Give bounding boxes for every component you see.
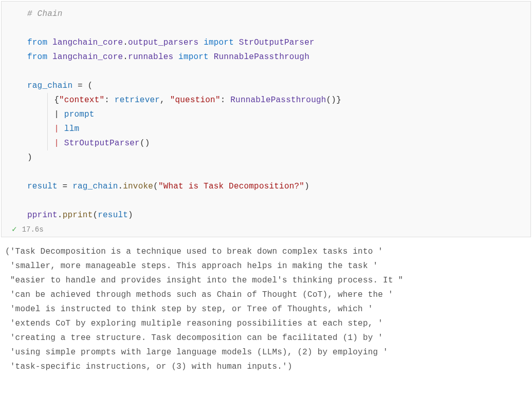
dot: . (123, 38, 128, 47)
pipe-op: | (54, 124, 59, 134)
variable: result (27, 182, 58, 191)
module: runnables (128, 52, 173, 62)
output-line: ('Task Decomposition is a technique used… (5, 247, 383, 256)
paren-close: ) (27, 153, 32, 162)
callable: StrOutputParser (64, 139, 140, 148)
call-parens: () (140, 139, 150, 148)
pipe-op: | (54, 110, 59, 119)
execution-time: 17.6s (22, 225, 44, 234)
arg: result (98, 211, 128, 220)
pipe-arg: prompt (64, 110, 95, 119)
object: pprint (27, 211, 58, 220)
import-name: RunnablePassthrough (214, 52, 309, 62)
import-name: StrOutputParser (239, 38, 315, 47)
callable: RunnablePassthrough (230, 96, 326, 105)
dict-key: "question" (170, 96, 221, 105)
output-line: 'model is instructed to think step by st… (5, 305, 373, 314)
dict-key: "context" (59, 96, 104, 105)
kw-import: import (178, 52, 209, 62)
module: langchain_core (52, 52, 123, 62)
execution-status: ✓ 17.6s (2, 225, 530, 234)
method-call: pprint (63, 211, 93, 220)
dict-value: retriever (115, 96, 160, 105)
brace-open: { (54, 96, 59, 105)
pipe-arg: llm (64, 124, 79, 134)
output-line: 'creating a tree structure. Task decompo… (5, 333, 383, 343)
cell-output[interactable]: ('Task Decomposition is a technique used… (0, 238, 532, 379)
comment: # Chain (27, 9, 63, 18)
output-line: 'task-specific instructions, or (3) with… (5, 362, 292, 371)
variable: rag_chain (27, 81, 72, 90)
kw-from: from (27, 52, 47, 62)
assign-paren: = ( (72, 81, 93, 90)
code-cell-input[interactable]: # Chain from langchain_core.output_parse… (1, 1, 531, 237)
call-parens: () (326, 96, 337, 105)
output-line: 'can be achieved through methods such as… (5, 290, 393, 299)
brace-close: } (336, 96, 341, 105)
output-line: 'using simple prompts with large languag… (5, 348, 388, 357)
check-icon: ✓ (12, 225, 17, 234)
assign: = (58, 182, 72, 191)
kw-from: from (27, 38, 47, 47)
kw-import: import (204, 38, 234, 47)
method-call: invoke (123, 182, 153, 191)
dot: . (123, 52, 128, 62)
code-block[interactable]: # Chain from langchain_core.output_parse… (2, 7, 530, 222)
pipe-op: | (54, 139, 59, 148)
module: langchain_core (52, 38, 123, 47)
object: rag_chain (72, 182, 118, 191)
output-line: 'extends CoT by exploring multiple reaso… (5, 319, 383, 328)
output-line: "easier to handle and provides insight i… (5, 276, 403, 285)
output-line: 'smaller, more manageable steps. This ap… (5, 261, 378, 271)
module: output_parsers (128, 38, 198, 47)
string-arg: "What is Task Decomposition?" (158, 182, 304, 191)
